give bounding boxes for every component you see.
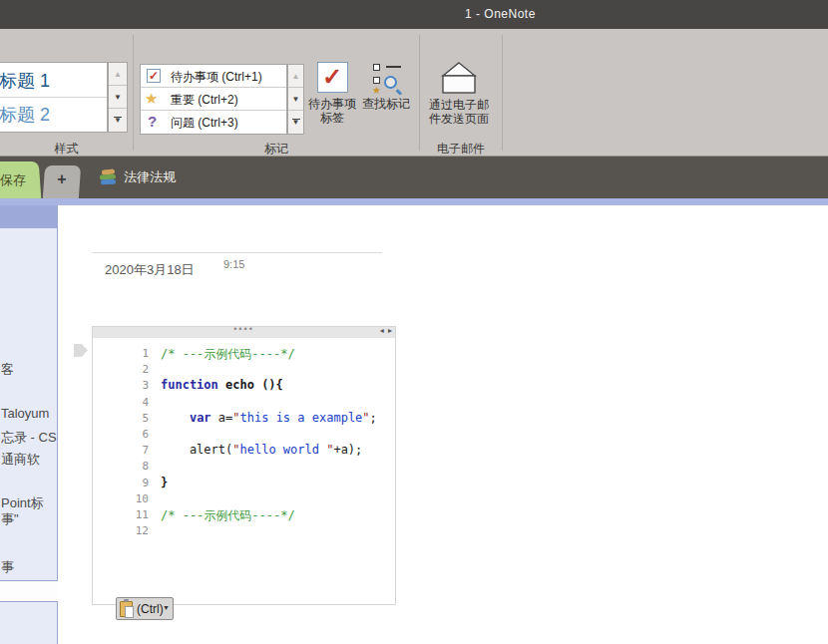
ribbon: 标题 1 标题 2 ▲ ▼ ▼ 样式 ✓ 待办事项 (Ctrl+1) ★ 重要 … bbox=[0, 29, 828, 157]
magnifier-handle-icon bbox=[396, 89, 402, 95]
line-number: 10 bbox=[93, 492, 149, 505]
tag-question[interactable]: ? 问题 (Ctrl+3) bbox=[141, 111, 286, 134]
line-number: 5 bbox=[93, 412, 149, 425]
tab-saved-label: 保存 bbox=[0, 171, 26, 189]
title-bar: 1 - OneNote bbox=[0, 0, 828, 29]
code-segment-plain: ; bbox=[370, 411, 377, 425]
tag-todo[interactable]: ✓ 待办事项 (Ctrl+1) bbox=[141, 65, 286, 88]
accent-band bbox=[0, 198, 828, 205]
question-icon: ? bbox=[148, 113, 157, 130]
star-icon: ★ bbox=[145, 90, 158, 108]
tags-scrollbar: ▲ ▼ ▼ bbox=[287, 64, 304, 135]
style-heading1-label: 标题 1 bbox=[0, 69, 50, 93]
checkbox-glyph-icon bbox=[373, 64, 380, 71]
tag-important[interactable]: ★ 重要 (Ctrl+2) bbox=[141, 88, 286, 111]
clipboard-icon bbox=[120, 601, 133, 617]
new-notebook-tab[interactable]: + bbox=[43, 165, 81, 198]
group-label-email: 电子邮件 bbox=[420, 141, 502, 158]
paste-options-label: (Ctrl) bbox=[137, 602, 164, 616]
plus-icon: + bbox=[57, 170, 66, 188]
code-segment-comment: /* ---示例代码----*/ bbox=[161, 508, 295, 522]
tag-important-label: 重要 (Ctrl+2) bbox=[171, 92, 238, 109]
code-line: /* ---示例代码----*/ bbox=[161, 507, 295, 524]
paragraph-handle-icon[interactable] bbox=[74, 344, 88, 357]
line-number: 12 bbox=[93, 524, 149, 537]
styles-more-button[interactable]: ▼ bbox=[109, 109, 127, 132]
checkbox-glyph-icon bbox=[373, 77, 380, 84]
line-number: 1 bbox=[93, 347, 149, 360]
code-segment-plain-bold: echo (){ bbox=[218, 378, 283, 392]
sidebar-item[interactable]: 事" bbox=[1, 510, 19, 528]
style-heading1[interactable]: 标题 1 bbox=[0, 63, 107, 98]
line-number: 11 bbox=[93, 508, 149, 521]
line-number: 3 bbox=[93, 379, 149, 392]
group-divider bbox=[419, 35, 420, 151]
envelope-icon bbox=[441, 62, 477, 95]
more-icon: ▼ bbox=[292, 119, 300, 125]
code-segment-plain: a= bbox=[211, 411, 233, 425]
line-number: 8 bbox=[93, 460, 149, 473]
code-segment-keyword: function bbox=[161, 378, 218, 392]
more-icon: ▼ bbox=[114, 117, 122, 123]
todo-tag-button-label1: 待办事项 bbox=[307, 97, 357, 111]
tags-gallery[interactable]: ✓ 待办事项 (Ctrl+1) ★ 重要 (Ctrl+2) ? 问题 (Ctrl… bbox=[140, 64, 287, 135]
line-number: 4 bbox=[93, 396, 149, 409]
code-segment-plain bbox=[161, 411, 190, 425]
style-heading2[interactable]: 标题 2 bbox=[0, 98, 107, 133]
email-page-button-label1: 通过电子邮 bbox=[427, 98, 491, 112]
email-page-button[interactable]: 通过电子邮 件发送页面 bbox=[427, 62, 491, 126]
code-segment-plain: alert( bbox=[161, 443, 232, 457]
notebook-stack-icon bbox=[99, 169, 119, 187]
styles-scroll-up-button[interactable]: ▲ bbox=[109, 63, 127, 86]
chevron-down-icon: ▼ bbox=[163, 604, 170, 611]
resize-arrows-icon[interactable]: ◂ ▸ bbox=[380, 326, 393, 335]
find-tags-button-label: 查找标记 bbox=[359, 97, 413, 111]
todo-tag-button[interactable]: ✓ 待办事项 标签 bbox=[307, 62, 357, 125]
group-divider bbox=[502, 35, 503, 151]
sidebar-item[interactable]: 事 bbox=[1, 558, 14, 576]
code-line: function echo (){ bbox=[161, 378, 283, 392]
line-glyph-icon bbox=[386, 66, 401, 68]
styles-gallery[interactable]: 标题 1 标题 2 bbox=[0, 62, 108, 133]
code-line: var a="this is a example"; bbox=[161, 411, 377, 425]
sidebar: 客Taloyum忘录 - CS通商软Point标事"事 bbox=[0, 205, 58, 644]
line-number: 7 bbox=[93, 444, 149, 457]
find-tags-button[interactable]: ★ 查找标记 bbox=[359, 62, 413, 111]
code-segment-quote: " bbox=[232, 411, 239, 425]
code-line: /* ---示例代码----*/ bbox=[161, 346, 295, 363]
code-outline-container[interactable]: •••• ◂ ▸ 1/* ---示例代码----*/23function ech… bbox=[92, 326, 396, 605]
notebook-name[interactable]: 法律法规 bbox=[124, 168, 176, 186]
magnifier-icon bbox=[384, 76, 397, 89]
container-drag-bar[interactable]: •••• ◂ ▸ bbox=[93, 327, 395, 338]
sidebar-item[interactable]: 客 bbox=[1, 361, 14, 379]
code-segment-string: this is a example bbox=[240, 411, 363, 425]
tags-scroll-up-button[interactable]: ▲ bbox=[288, 65, 303, 88]
notebook-tab-bar: 保存 + 法律法规 bbox=[0, 157, 828, 198]
styles-scroll-down-button[interactable]: ▼ bbox=[109, 86, 127, 109]
window-title: 1 - OneNote bbox=[465, 7, 536, 21]
line-number: 6 bbox=[93, 428, 149, 441]
code-line: } bbox=[161, 476, 168, 489]
page-time: 9:15 bbox=[223, 258, 244, 270]
code-segment-plain-bold: } bbox=[161, 476, 168, 489]
tags-more-button[interactable]: ▼ bbox=[288, 111, 303, 134]
group-divider bbox=[133, 35, 134, 151]
sidebar-header[interactable] bbox=[0, 205, 58, 228]
line-number: 9 bbox=[93, 477, 149, 489]
sidebar-panel-secondary bbox=[0, 601, 58, 644]
tag-todo-label: 待办事项 (Ctrl+1) bbox=[171, 69, 262, 86]
sidebar-item[interactable]: 通商软 bbox=[1, 451, 40, 469]
tab-saved-notebook[interactable]: 保存 bbox=[0, 161, 41, 198]
sidebar-item[interactable]: Taloyum bbox=[1, 406, 49, 421]
star-icon: ★ bbox=[372, 85, 381, 96]
code-segment-plain: +a); bbox=[333, 443, 362, 457]
group-label-tags: 标记 bbox=[134, 141, 419, 158]
email-page-button-label2: 件发送页面 bbox=[427, 112, 491, 126]
page-canvas[interactable]: 2020年3月18日 9:15 •••• ◂ ▸ 1/* ---示例代码----… bbox=[58, 205, 828, 644]
tags-scroll-down-button[interactable]: ▼ bbox=[288, 88, 303, 111]
drag-dots-icon: •••• bbox=[233, 324, 254, 334]
find-tags-icon: ★ bbox=[369, 62, 403, 96]
sidebar-item[interactable]: 忘录 - CS bbox=[1, 429, 57, 447]
paste-options-button[interactable]: (Ctrl) ▼ bbox=[116, 597, 174, 620]
code-line: alert("hello world "+a); bbox=[161, 443, 362, 457]
